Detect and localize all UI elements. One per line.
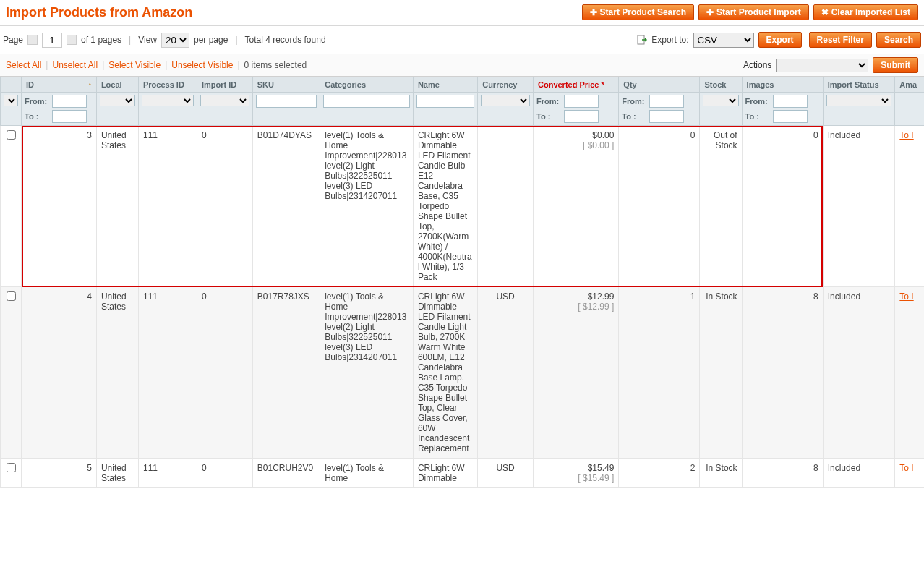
filter-import-id[interactable] — [200, 95, 249, 106]
cell-process-id: 111 — [139, 287, 197, 459]
export-icon — [637, 35, 647, 45]
of-pages: of 1 pages — [81, 35, 121, 45]
cell-import-status: Included — [823, 287, 895, 459]
col-qty[interactable]: Qty — [619, 77, 700, 93]
plus-icon: ✚ — [590, 7, 597, 17]
table-row[interactable]: 5United States1110B01CRUH2V0level(1) Too… — [1, 459, 925, 488]
cell-process-id: 111 — [139, 459, 197, 488]
filter-local[interactable] — [100, 95, 135, 106]
filter-price-to[interactable] — [564, 110, 599, 123]
row-checkbox[interactable] — [7, 291, 16, 301]
cell-categories: level(1) Tools & Home Improvement|228013… — [320, 287, 414, 459]
actions-label: Actions — [743, 60, 771, 70]
actions-select[interactable] — [776, 59, 868, 72]
page-input[interactable] — [42, 33, 62, 48]
products-grid: ID↑ Local Process ID Import ID SKU Categ… — [0, 77, 924, 488]
col-id[interactable]: ID↑ — [22, 77, 97, 93]
filter-categories[interactable] — [323, 95, 410, 108]
items-selected-count: 0 items selected — [244, 60, 307, 70]
export-button[interactable]: Export — [758, 32, 802, 48]
prev-page-icon[interactable] — [27, 35, 38, 45]
filter-currency[interactable] — [481, 95, 530, 106]
start-product-search-button[interactable]: ✚Start Product Search — [582, 4, 694, 20]
cell-sku: B01D74DYAS — [252, 126, 320, 287]
col-local[interactable]: Local — [96, 77, 138, 93]
col-action[interactable]: Ama — [895, 77, 924, 93]
filter-images-from[interactable] — [773, 95, 808, 108]
selection-links: Select All| Unselect All| Select Visible… — [6, 60, 307, 70]
filter-any-select[interactable]: Any — [4, 95, 18, 106]
selection-bar: Select All| Unselect All| Select Visible… — [0, 54, 924, 77]
filter-qty-from[interactable] — [649, 95, 684, 108]
col-images[interactable]: Images — [742, 77, 823, 93]
cell-price: $15.49[ $15.49 ] — [534, 459, 619, 488]
cell-qty: 0 — [619, 126, 700, 287]
col-stock[interactable]: Stock — [700, 77, 742, 93]
grid-wrap: ID↑ Local Process ID Import ID SKU Categ… — [0, 77, 924, 488]
filter-import-status[interactable] — [826, 95, 892, 106]
filter-id-to[interactable] — [52, 110, 87, 123]
header-buttons: ✚Start Product Search ✚Start Product Imp… — [582, 4, 918, 20]
cell-local: United States — [96, 287, 138, 459]
clear-imported-list-button[interactable]: ✖Clear Imported List — [813, 4, 918, 20]
cell-price: $12.99[ $12.99 ] — [534, 287, 619, 459]
cell-id: 5 — [22, 459, 97, 488]
cell-images: 8 — [742, 459, 823, 488]
row-action-link[interactable]: To I — [899, 463, 913, 473]
next-page-icon[interactable] — [67, 35, 77, 45]
col-checkbox[interactable] — [1, 77, 22, 93]
cell-currency: USD — [478, 287, 534, 459]
cell-name: CRLight 6W Dimmable LED Filament Candle … — [413, 287, 477, 459]
select-all-link[interactable]: Select All — [6, 60, 41, 70]
total-records: Total 4 records found — [245, 35, 326, 45]
cell-stock: In Stock — [700, 459, 742, 488]
filter-images-to[interactable] — [773, 110, 808, 123]
unselect-all-link[interactable]: Unselect All — [52, 60, 98, 70]
filter-id-from[interactable] — [52, 95, 87, 108]
cell-stock: In Stock — [700, 287, 742, 459]
cell-id: 4 — [22, 287, 97, 459]
submit-button[interactable]: Submit — [873, 57, 918, 73]
search-button[interactable]: Search — [876, 32, 921, 48]
row-action-link[interactable]: To I — [899, 291, 913, 302]
col-converted-price[interactable]: Converted Price * — [534, 77, 619, 93]
col-sku[interactable]: SKU — [252, 77, 320, 93]
reset-filter-button[interactable]: Reset Filter — [809, 32, 872, 48]
pager-left: Page of 1 pages | View 20 per page | Tot… — [3, 33, 326, 48]
col-import-id[interactable]: Import ID — [197, 77, 252, 93]
col-process-id[interactable]: Process ID — [139, 77, 197, 93]
filter-qty-to[interactable] — [649, 110, 684, 123]
filter-name[interactable] — [416, 95, 474, 108]
unselect-visible-link[interactable]: Unselect Visible — [171, 60, 233, 70]
filter-stock[interactable] — [703, 95, 738, 106]
col-currency[interactable]: Currency — [478, 77, 534, 93]
cell-import-id: 0 — [197, 126, 252, 287]
per-page-label: per page — [194, 35, 228, 45]
export-format-select[interactable]: CSV — [693, 33, 754, 48]
row-action-link[interactable]: To I — [899, 130, 913, 140]
row-checkbox[interactable] — [7, 463, 16, 472]
cell-qty: 2 — [619, 459, 700, 488]
filter-sku[interactable] — [256, 95, 317, 108]
table-row[interactable]: 3United States1110B01D74DYASlevel(1) Too… — [1, 126, 925, 287]
cell-process-id: 111 — [139, 126, 197, 287]
per-page-select[interactable]: 20 — [161, 33, 189, 48]
pager-bar: Page of 1 pages | View 20 per page | Tot… — [0, 26, 924, 54]
filter-process-id[interactable] — [142, 95, 194, 106]
col-categories[interactable]: Categories — [320, 77, 414, 93]
export-group: Export to: CSV Export — [637, 32, 801, 48]
col-name[interactable]: Name — [413, 77, 477, 93]
cell-sku: B01CRUH2V0 — [252, 459, 320, 488]
col-import-status[interactable]: Import Status — [823, 77, 895, 93]
row-checkbox[interactable] — [7, 130, 16, 140]
actions-group: Actions Submit — [743, 57, 918, 73]
cell-categories: level(1) Tools & Home Improvement|228013… — [320, 126, 414, 287]
cell-qty: 1 — [619, 287, 700, 459]
table-row[interactable]: 4United States1110B017R78JXSlevel(1) Too… — [1, 287, 925, 459]
cell-name: CRLight 6W Dimmable LED Filament Candle … — [413, 126, 477, 287]
export-label: Export to: — [651, 35, 688, 45]
page-title: Import Products from Amazon — [6, 5, 192, 20]
select-visible-link[interactable]: Select Visible — [108, 60, 161, 70]
filter-price-from[interactable] — [564, 95, 599, 108]
start-product-import-button[interactable]: ✚Start Product Import — [698, 4, 809, 20]
